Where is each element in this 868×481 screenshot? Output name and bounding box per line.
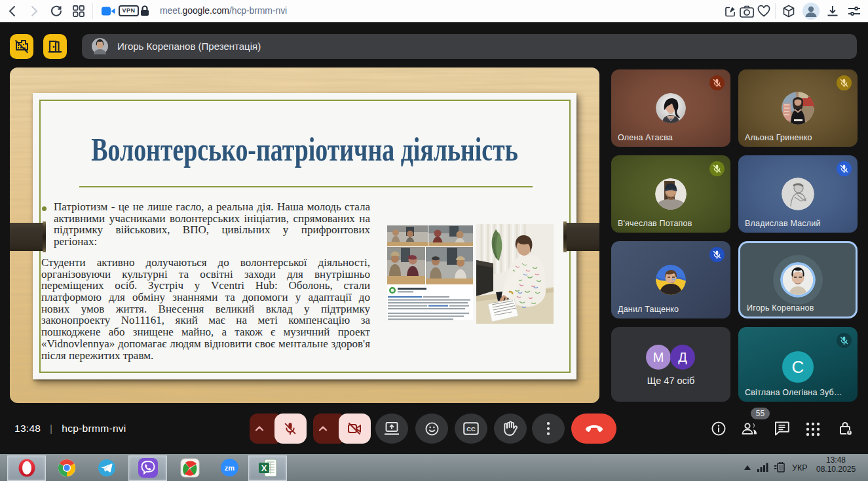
svg-text:zm: zm [225, 464, 235, 472]
svg-text:CC: CC [466, 425, 476, 433]
svg-text:X: X [261, 463, 267, 473]
